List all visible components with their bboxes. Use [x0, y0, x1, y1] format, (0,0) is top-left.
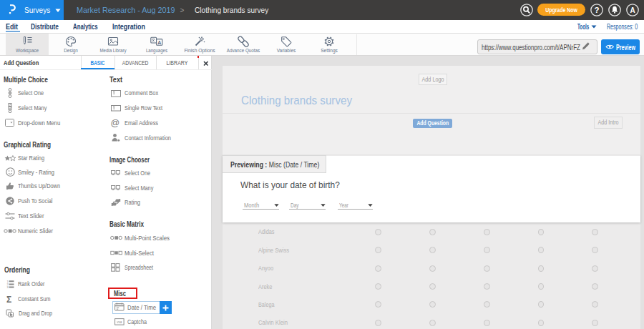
svg-text:3: 3	[7, 286, 9, 288]
svg-text:?: ?	[594, 6, 599, 14]
svg-text:vsa: vsa	[117, 320, 122, 324]
svg-text:A: A	[157, 40, 161, 45]
svg-text:Σ: Σ	[6, 295, 11, 304]
svg-text:A: A	[630, 6, 635, 14]
